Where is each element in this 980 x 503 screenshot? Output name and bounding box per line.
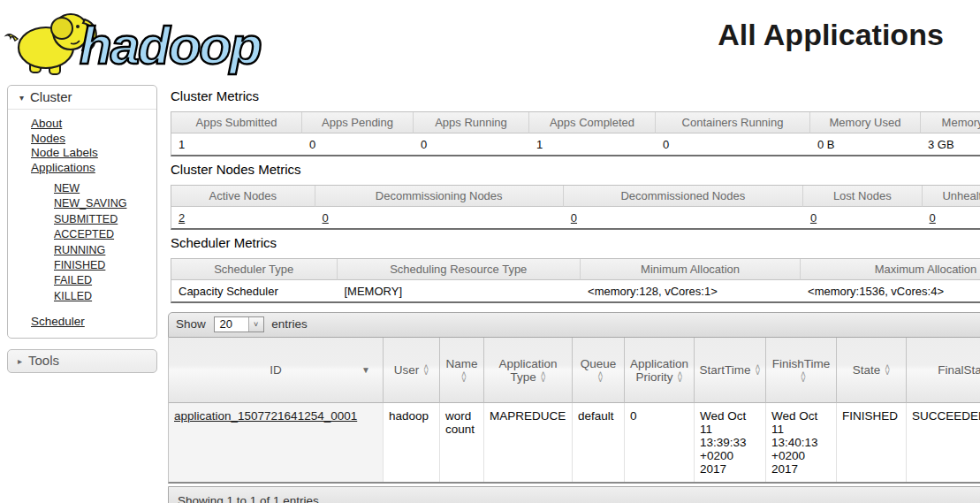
cluster-nodes-metrics-title: Cluster Nodes Metrics	[171, 162, 980, 177]
sidebar-item-state-failed[interactable]: FAILED	[54, 274, 92, 286]
applications-table: ID ▼ User˄˅ Name˄˅ Application Type˄˅	[168, 338, 980, 484]
sidebar-item-scheduler[interactable]: Scheduler	[31, 315, 85, 328]
active-nodes-link[interactable]: 2	[179, 211, 185, 225]
show-label: Show	[176, 317, 206, 331]
sidebar-item-state-accepted[interactable]: ACCEPTED	[54, 228, 114, 240]
cluster-metrics-title: Cluster Metrics	[171, 88, 980, 103]
sort-icon: ˄˅	[678, 372, 683, 383]
column-header-finishtime[interactable]: FinishTime˄˅	[766, 338, 837, 403]
column-header: Apps Submitted	[171, 112, 302, 133]
metric-value: 0 B	[810, 133, 921, 155]
table-length-toolbar: Show 20 ˅ entries	[168, 312, 980, 338]
sort-icon: ˄˅	[756, 365, 761, 376]
column-label: Queue	[581, 357, 617, 370]
chevron-right-icon: ▸	[18, 356, 22, 366]
top-header: hadoop All Applications	[0, 0, 980, 85]
app-id-cell: application_1507721641254_0001	[169, 403, 384, 482]
sidebar-item-state-submitted[interactable]: SUBMITTED	[54, 213, 118, 225]
decommissioned-nodes-link[interactable]: 0	[571, 211, 577, 225]
sidebar-section-cluster[interactable]: ▾Cluster	[8, 86, 156, 110]
sort-descending-icon: ▼	[361, 365, 370, 375]
app-type-cell: MAPREDUCE	[484, 403, 573, 482]
app-name-cell: word count	[440, 403, 484, 482]
cluster-metrics-table: Apps Submitted Apps Pending Apps Running…	[171, 111, 980, 156]
column-header: Decommissioned Nodes	[564, 186, 803, 207]
column-header-state[interactable]: State˄˅	[837, 338, 907, 403]
sidebar-item-state-new[interactable]: NEW	[54, 182, 80, 194]
showing-entries-text: Showing 1 to 1 of 1 entries	[178, 494, 319, 503]
sidebar-item-state-killed[interactable]: KILLED	[54, 290, 92, 302]
app-priority-cell: 0	[625, 403, 695, 482]
tools-section-label: Tools	[28, 353, 59, 368]
column-header-starttime[interactable]: StartTime˄˅	[695, 338, 766, 403]
page-title: All Applications	[672, 18, 980, 52]
column-header-application-priority[interactable]: Application Priority˄˅	[625, 338, 695, 403]
scheduler-metrics-title: Scheduler Metrics	[171, 235, 980, 250]
entries-label: entries	[271, 317, 308, 331]
app-state-cell: FINISHED	[837, 403, 907, 482]
page-size-select[interactable]: 20 ˅	[214, 316, 264, 332]
column-header-application-type[interactable]: Application Type˄˅	[484, 338, 573, 403]
column-header-finalstatus[interactable]: FinalStatus˄˅	[907, 338, 980, 403]
column-label: StartTime	[700, 363, 751, 377]
column-header: Lost Nodes	[803, 186, 923, 207]
sidebar-item-about[interactable]: About	[31, 117, 62, 130]
column-header: Apps Running	[414, 112, 529, 133]
sidebar-item-node-labels[interactable]: Node Labels	[31, 146, 98, 159]
app-finishtime-cell: Wed Oct 11 13:40:13 +0200 2017	[766, 403, 837, 482]
column-label: State	[853, 363, 881, 377]
column-header-name[interactable]: Name˄˅	[440, 338, 484, 403]
decommissioning-nodes-link[interactable]: 0	[323, 211, 329, 225]
chevron-down-icon: ▾	[19, 93, 24, 103]
main-content: Cluster Metrics Apps Submitted Apps Pend…	[168, 85, 980, 503]
table-row: Capacity Scheduler [MEMORY] <memory:128,…	[171, 280, 980, 301]
column-header: Active Nodes	[171, 186, 315, 207]
column-header: Scheduling Resource Type	[338, 259, 581, 280]
column-header: Scheduler Type	[171, 259, 338, 280]
cluster-menu: ▾Cluster About Nodes Node Labels Applica…	[7, 85, 157, 339]
metric-value: Capacity Scheduler	[171, 280, 338, 301]
column-header: Containers Running	[656, 112, 810, 133]
metric-value: 0	[656, 133, 810, 155]
application-row: application_1507721641254_0001 hadoop wo…	[169, 403, 980, 482]
sidebar-section-tools[interactable]: ▸Tools	[7, 349, 157, 373]
sidebar-item-state-new-saving[interactable]: NEW_SAVING	[54, 197, 126, 210]
page-size-value: 20	[215, 317, 248, 332]
column-header-queue[interactable]: Queue˄˅	[573, 338, 625, 403]
column-label: User	[394, 363, 420, 377]
column-header: Apps Pending	[302, 112, 414, 133]
metric-value: 3 GB	[921, 133, 980, 155]
scheduler-metrics-table: Scheduler Type Scheduling Resource Type …	[171, 258, 980, 303]
unhealthy-nodes-link[interactable]: 0	[930, 211, 936, 225]
sidebar-item-nodes[interactable]: Nodes	[31, 132, 65, 145]
metric-value: 1	[171, 133, 302, 155]
chevron-down-icon: ˅	[248, 317, 263, 332]
column-header: Maximum Allocation	[801, 259, 980, 280]
applications-datatable: Show 20 ˅ entries ID	[168, 312, 980, 503]
column-header-user[interactable]: User˄˅	[384, 338, 440, 403]
column-header: Unhealthy Nodes	[923, 186, 980, 207]
sidebar-item-state-finished[interactable]: FINISHED	[54, 259, 105, 271]
column-label: FinalStatus	[938, 363, 980, 377]
table-info-toolbar: Showing 1 to 1 of 1 entries	[168, 486, 980, 503]
cluster-section-label: Cluster	[30, 89, 72, 104]
lost-nodes-link[interactable]: 0	[810, 211, 817, 225]
column-header: Minimum Allocation	[581, 259, 801, 280]
column-label: Application Type	[498, 357, 557, 384]
metric-value: <memory:128, vCores:1>	[581, 280, 801, 301]
column-header: Apps Completed	[529, 112, 656, 133]
app-queue-cell: default	[573, 403, 625, 482]
sort-icon: ˄˅	[541, 372, 546, 383]
table-row: 2 0 0 0 0	[171, 207, 980, 228]
cluster-nodes-metrics-table: Active Nodes Decommissioning Nodes Decom…	[171, 185, 980, 230]
sidebar-item-state-running[interactable]: RUNNING	[54, 244, 105, 256]
metric-value: 0	[414, 133, 529, 155]
hadoop-logo: hadoop	[4, 4, 286, 83]
column-header: Memory Used	[810, 112, 921, 133]
application-id-link[interactable]: application_1507721641254_0001	[174, 409, 357, 423]
sidebar-item-applications[interactable]: Applications	[31, 161, 95, 174]
column-header-id[interactable]: ID ▼	[169, 338, 384, 403]
metric-value: <memory:1536, vCores:4>	[801, 280, 980, 301]
sort-icon: ˄˅	[461, 372, 467, 383]
table-row: 1 0 0 1 0 0 B 3 GB	[171, 133, 980, 155]
